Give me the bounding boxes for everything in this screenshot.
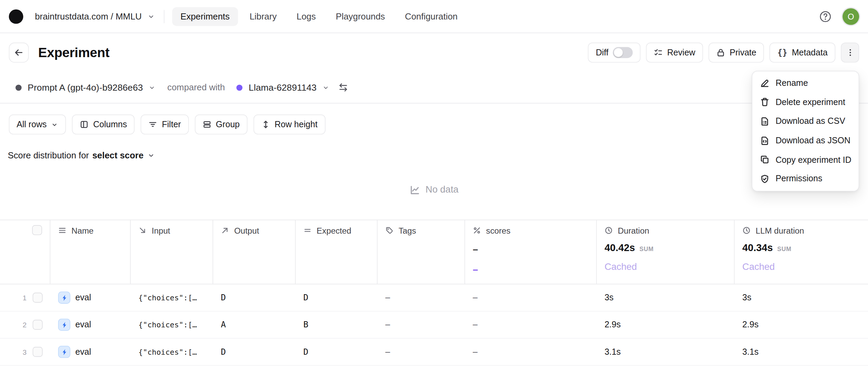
row-number: 2 (23, 321, 27, 329)
kebab-icon (846, 48, 855, 57)
menu-item-rename[interactable]: Rename (752, 74, 859, 93)
braintrust-logo[interactable] (9, 9, 23, 24)
cell-output: D (213, 347, 296, 357)
diff-label: Diff (596, 48, 609, 57)
select-all-checkbox[interactable] (32, 225, 42, 235)
row-height-button[interactable]: Row height (254, 115, 326, 134)
metadata-label: Metadata (792, 48, 828, 57)
header-actions: Diff Review Private {} Metadata (588, 43, 859, 63)
back-button[interactable] (9, 43, 29, 63)
table-toolbar: All rows Columns Filter Group (9, 115, 859, 134)
table-row[interactable]: 3 eval {"choices":[… D D – – 3.1s 3.1s (0, 339, 868, 366)
llm-duration-sum-label: SUM (777, 246, 791, 252)
cell-llm-duration: 3s (735, 293, 868, 303)
column-header-scores[interactable]: scores – – (465, 220, 597, 284)
all-rows-label: All rows (17, 119, 47, 129)
select-score-dropdown[interactable]: select score (92, 151, 155, 160)
review-label: Review (667, 48, 695, 57)
score-distribution-label: Score distribution for (8, 151, 89, 160)
chevron-down-icon (51, 121, 58, 128)
menu-item-download-csv[interactable]: Download as CSV (752, 112, 859, 131)
target-experiment-picker[interactable]: Llama-62891143 (249, 82, 330, 93)
filter-button[interactable]: Filter (141, 115, 189, 134)
arrow-up-right-icon (221, 226, 229, 234)
compared-with-label: compared with (167, 82, 225, 92)
column-header-tags[interactable]: Tags (378, 220, 465, 284)
selected-score-label: select score (92, 151, 144, 160)
row-checkbox[interactable] (33, 320, 42, 330)
row-checkbox[interactable] (33, 347, 42, 357)
review-button[interactable]: Review (646, 43, 703, 63)
top-nav: braintrustdata.com / MMLU Experiments Li… (0, 0, 868, 33)
columns-button[interactable]: Columns (72, 115, 135, 134)
cell-output: D (213, 293, 296, 303)
row-number: 1 (23, 293, 27, 302)
menu-item-download-json[interactable]: Download as JSON (752, 131, 859, 150)
lock-icon (716, 48, 725, 57)
private-button[interactable]: Private (709, 43, 764, 63)
chevron-down-icon (148, 152, 155, 159)
eval-bolt-icon (58, 291, 71, 304)
target-experiment-name: Llama-62891143 (249, 82, 317, 93)
all-rows-dropdown[interactable]: All rows (9, 115, 66, 134)
column-header-output[interactable]: Output (213, 220, 296, 284)
chart-line-icon (409, 184, 420, 195)
menu-item-permissions[interactable]: Permissions (752, 169, 859, 188)
cell-llm-duration: 3.1s (735, 347, 868, 357)
menu-item-delete-experiment[interactable]: Delete experiment (752, 93, 859, 112)
column-header-name[interactable]: Name (50, 220, 131, 284)
column-header-input[interactable]: Input (131, 220, 213, 284)
tab-playgrounds[interactable]: Playgrounds (328, 7, 393, 26)
filter-icon (149, 120, 157, 129)
nav-tabs: Experiments Library Logs Playgrounds Con… (172, 7, 466, 26)
file-csv-icon (760, 117, 769, 126)
cell-name: eval (50, 319, 131, 331)
cell-scores: – (465, 320, 597, 330)
cell-expected: B (296, 320, 378, 330)
table-row[interactable]: 2 eval {"choices":[… A B – – 2.9s 2.9s (0, 312, 868, 339)
shield-check-icon (760, 174, 769, 183)
column-header-llm-duration[interactable]: LLM duration 40.34s SUM Cached (735, 220, 868, 284)
more-actions-button[interactable] (841, 43, 859, 63)
diff-toggle[interactable] (613, 47, 633, 58)
column-header-duration[interactable]: Duration 40.42s SUM Cached (597, 220, 735, 284)
tab-experiments[interactable]: Experiments (172, 7, 238, 26)
clock-icon (742, 226, 751, 234)
row-height-icon (261, 120, 270, 129)
group-label: Group (216, 119, 240, 129)
metadata-button[interactable]: {} Metadata (770, 43, 835, 63)
filter-label: Filter (162, 119, 181, 129)
tag-icon (385, 226, 394, 234)
cell-input: {"choices":[… (131, 293, 213, 302)
pencil-icon (760, 78, 769, 88)
cell-tags: – (378, 320, 465, 330)
copy-icon (760, 155, 769, 164)
table-row[interactable]: 1 eval {"choices":[… D D – – 3s 3s (0, 284, 868, 311)
clock-icon (604, 226, 613, 234)
project-breadcrumb[interactable]: braintrustdata.com / MMLU (35, 11, 155, 21)
columns-label: Columns (93, 119, 127, 129)
avatar[interactable]: O (843, 8, 859, 25)
row-height-label: Row height (275, 119, 317, 129)
help-icon[interactable] (819, 10, 832, 23)
duration-sum-label: SUM (639, 246, 653, 252)
tab-configuration[interactable]: Configuration (397, 7, 466, 26)
cell-scores: – (465, 347, 597, 357)
swap-comparison-icon[interactable] (338, 82, 348, 92)
row-checkbox[interactable] (33, 293, 42, 303)
file-json-icon (760, 136, 769, 145)
tab-library[interactable]: Library (241, 7, 285, 26)
column-header-expected[interactable]: Expected (296, 220, 378, 284)
checklist-icon (654, 48, 663, 57)
table-header: Name Input Output (0, 220, 868, 284)
base-experiment-picker[interactable]: Prompt A (gpt-4o)-b9286e63 (28, 82, 156, 93)
diff-toggle-button[interactable]: Diff (588, 43, 641, 63)
cell-duration: 2.9s (597, 320, 735, 330)
private-label: Private (730, 48, 756, 57)
cell-duration: 3.1s (597, 347, 735, 357)
cell-input: {"choices":[… (131, 348, 213, 356)
menu-item-copy-experiment-id[interactable]: Copy experiment ID (752, 150, 859, 169)
columns-icon (80, 120, 89, 129)
tab-logs[interactable]: Logs (288, 7, 324, 26)
group-button[interactable]: Group (195, 115, 247, 134)
